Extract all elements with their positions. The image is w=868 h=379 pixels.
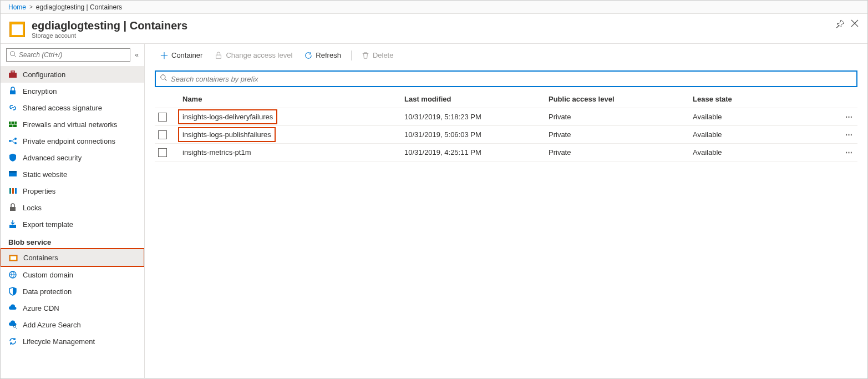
- sidebar-item-label: Locks: [23, 204, 42, 212]
- svg-rect-2: [11, 71, 14, 73]
- globe-icon: [8, 170, 17, 179]
- svg-rect-3: [10, 90, 16, 94]
- sidebar-item-label: Firewalls and virtual networks: [23, 120, 118, 129]
- table-row[interactable]: insights-metrics-pt1m10/31/2019, 4:25:11…: [155, 144, 857, 161]
- sidebar-item-advanced-security[interactable]: Advanced security: [1, 149, 144, 166]
- breadcrumb-sep-icon: >: [29, 4, 33, 10]
- col-lease[interactable]: Lease state: [693, 95, 841, 103]
- sidebar-item-properties[interactable]: Properties: [1, 183, 144, 199]
- link-icon: [8, 103, 17, 112]
- sidebar-item-label: Lifecycle Management: [23, 337, 95, 346]
- sidebar-item-label: Export template: [23, 220, 73, 229]
- table-header: Name Last modified Public access level L…: [155, 90, 857, 108]
- sidebar-item-export-template[interactable]: Export template: [1, 216, 144, 233]
- close-icon[interactable]: [851, 19, 859, 31]
- sidebar: « ConfigurationEncryptionShared access s…: [1, 44, 145, 378]
- sidebar-item-shared-access-signature[interactable]: Shared access signature: [1, 99, 144, 116]
- page-title: egdiaglogtesting | Containers: [32, 19, 187, 32]
- toolbar-separator: [351, 50, 352, 60]
- container-filter-input[interactable]: [171, 75, 852, 83]
- col-name[interactable]: Name: [182, 95, 404, 103]
- add-container-button[interactable]: Container: [155, 48, 208, 62]
- last-modified: 10/31/2019, 5:06:03 PM: [404, 130, 549, 139]
- col-access[interactable]: Public access level: [549, 95, 693, 103]
- table-row[interactable]: insights-logs-deliveryfailures10/31/2019…: [155, 108, 857, 126]
- sidebar-item-label: Containers: [23, 254, 58, 262]
- nav-section-blob-service: Blob service: [1, 233, 144, 249]
- search-icon: [8, 320, 17, 329]
- container-filter-box[interactable]: [155, 70, 857, 87]
- last-modified: 10/31/2019, 4:25:11 PM: [404, 148, 549, 156]
- sidebar-search[interactable]: [6, 48, 130, 62]
- sidebar-search-input[interactable]: [19, 51, 126, 59]
- shield2-icon: [8, 287, 17, 296]
- refresh-button[interactable]: Refresh: [299, 48, 347, 62]
- sidebar-item-label: Custom domain: [23, 271, 73, 279]
- sidebar-item-private-endpoint-connections[interactable]: Private endpoint connections: [1, 133, 144, 149]
- sidebar-item-custom-domain[interactable]: Custom domain: [1, 266, 144, 283]
- row-context-menu-icon[interactable]: ⋯: [841, 130, 857, 139]
- sidebar-item-label: Configuration: [23, 70, 65, 79]
- svg-point-20: [161, 75, 165, 79]
- lock-icon: [8, 87, 17, 95]
- svg-rect-9: [9, 171, 17, 173]
- container-name[interactable]: insights-logs-publishfailures: [178, 127, 276, 142]
- col-modified[interactable]: Last modified: [404, 95, 549, 103]
- svg-point-0: [11, 51, 15, 55]
- refresh-label: Refresh: [316, 51, 341, 59]
- briefcase-icon: [8, 70, 17, 79]
- svg-point-6: [14, 138, 17, 140]
- sidebar-item-locks[interactable]: Locks: [1, 199, 144, 216]
- sidebar-item-containers[interactable]: Containers: [1, 248, 144, 267]
- svg-rect-13: [10, 207, 16, 211]
- lease-state: Available: [693, 148, 841, 156]
- lease-state: Available: [693, 130, 841, 139]
- sidebar-item-lifecycle-management[interactable]: Lifecycle Management: [1, 333, 144, 350]
- public-access-level: Private: [549, 130, 693, 139]
- export-icon: [8, 220, 17, 229]
- row-checkbox[interactable]: [158, 113, 167, 122]
- sidebar-item-label: Private endpoint connections: [23, 137, 115, 145]
- sidebar-item-configuration[interactable]: Configuration: [1, 66, 144, 83]
- container-name[interactable]: insights-metrics-pt1m: [182, 148, 251, 156]
- sidebar-item-label: Static website: [23, 170, 67, 179]
- table-row[interactable]: insights-logs-publishfailures10/31/2019,…: [155, 126, 857, 144]
- row-context-menu-icon[interactable]: ⋯: [841, 148, 857, 156]
- sidebar-item-static-website[interactable]: Static website: [1, 166, 144, 183]
- page-subtitle: Storage account: [32, 32, 187, 39]
- sidebar-item-add-azure-search[interactable]: Add Azure Search: [1, 316, 144, 333]
- search-icon: [10, 51, 17, 59]
- breadcrumb-current: egdiaglogtesting | Containers: [36, 3, 122, 11]
- sidebar-item-label: Data protection: [23, 287, 72, 296]
- row-checkbox[interactable]: [158, 148, 167, 157]
- pin-icon[interactable]: [835, 19, 844, 31]
- svg-rect-14: [9, 225, 16, 228]
- storage-account-icon: [9, 22, 25, 37]
- sidebar-item-azure-cdn[interactable]: Azure CDN: [1, 300, 144, 316]
- last-modified: 10/31/2019, 5:18:23 PM: [404, 113, 549, 121]
- props-icon: [8, 186, 17, 195]
- container-name[interactable]: insights-logs-deliveryfailures: [178, 109, 277, 124]
- breadcrumb-home[interactable]: Home: [8, 3, 26, 11]
- sidebar-item-firewalls-and-virtual-networks[interactable]: Firewalls and virtual networks: [1, 116, 144, 133]
- collapse-sidebar-icon[interactable]: «: [135, 51, 139, 59]
- svg-point-7: [14, 142, 17, 144]
- row-checkbox[interactable]: [158, 130, 167, 139]
- public-access-level: Private: [549, 148, 693, 156]
- delete-label: Delete: [373, 51, 394, 59]
- sidebar-item-data-protection[interactable]: Data protection: [1, 283, 144, 300]
- svg-rect-19: [216, 55, 221, 58]
- shield-icon: [8, 153, 17, 162]
- breadcrumb: Home > egdiaglogtesting | Containers: [1, 1, 867, 14]
- container-icon: [9, 253, 18, 262]
- search-icon: [160, 74, 167, 83]
- public-access-level: Private: [549, 113, 693, 121]
- sidebar-item-label: Shared access signature: [23, 104, 102, 112]
- sidebar-item-encryption[interactable]: Encryption: [1, 83, 144, 99]
- lock2-icon: [8, 203, 17, 212]
- row-context-menu-icon[interactable]: ⋯: [841, 113, 857, 121]
- main-content: Container Change access level Refresh De…: [145, 44, 867, 378]
- svg-rect-1: [9, 73, 17, 78]
- domain-icon: [8, 270, 17, 279]
- lease-state: Available: [693, 113, 841, 121]
